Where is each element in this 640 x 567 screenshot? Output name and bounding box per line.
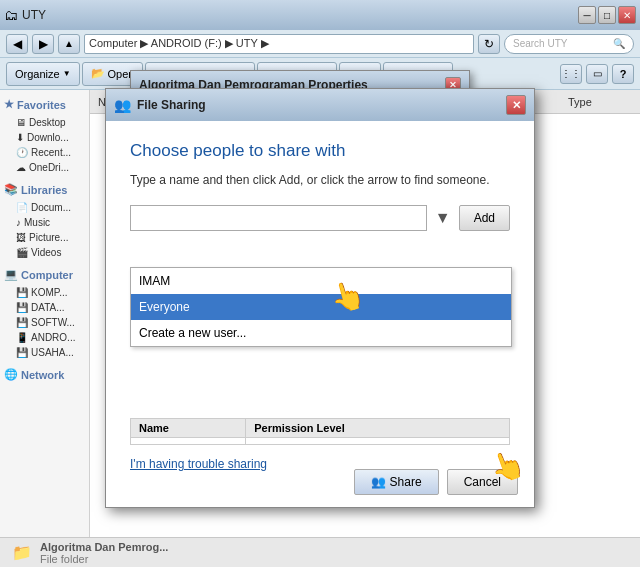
sidebar-music-label: Music xyxy=(24,217,50,228)
sidebar-item-usaha[interactable]: 💾 USAHA... xyxy=(4,345,85,360)
title-bar-buttons: ─ □ ✕ xyxy=(578,6,636,24)
libraries-label: Libraries xyxy=(21,184,67,196)
address-path[interactable]: Computer ▶ ANDROID (F:) ▶ UTY ▶ xyxy=(84,34,474,54)
view-details-button[interactable]: ⋮⋮ xyxy=(560,64,582,84)
minimize-button[interactable]: ─ xyxy=(578,6,596,24)
dropdown-item-everyone[interactable]: Everyone xyxy=(131,294,511,320)
sidebar-pictures-label: Picture... xyxy=(29,232,68,243)
computer-icon: 💻 xyxy=(4,268,18,281)
sharing-name-input[interactable] xyxy=(130,205,427,231)
title-bar-icon: 🗂 xyxy=(4,7,18,23)
videos-icon: 🎬 xyxy=(16,247,28,258)
recent-icon: 🕐 xyxy=(16,147,28,158)
status-item-type: File folder xyxy=(40,553,168,565)
status-info: Algoritma Dan Pemrog... File folder xyxy=(40,541,168,565)
libraries-icon: 📚 xyxy=(4,183,18,196)
help-button[interactable]: ? xyxy=(612,64,634,84)
favorites-section: ★ Favorites 🖥 Desktop ⬇ Downlo... 🕐 Rece… xyxy=(4,98,85,175)
network-icon: 🌐 xyxy=(4,368,18,381)
network-label: Network xyxy=(21,369,64,381)
computer-section: 💻 Computer 💾 KOMP... 💾 DATA... 💾 SOFTW..… xyxy=(4,268,85,360)
desktop-icon: 🖥 xyxy=(16,117,26,128)
sidebar-item-data[interactable]: 💾 DATA... xyxy=(4,300,85,315)
sidebar-videos-label: Videos xyxy=(31,247,61,258)
pictures-icon: 🖼 xyxy=(16,232,26,243)
dropdown-imam-label: IMAM xyxy=(139,274,170,288)
table-header-permission: Permission Level xyxy=(246,419,510,438)
refresh-button[interactable]: ↻ xyxy=(478,34,500,54)
sidebar-downloads-label: Downlo... xyxy=(27,132,69,143)
close-button[interactable]: ✕ xyxy=(618,6,636,24)
table-row xyxy=(131,438,510,445)
favorites-star-icon: ★ xyxy=(4,98,14,111)
onedrive-icon: ☁ xyxy=(16,162,26,173)
sharing-close-button[interactable]: ✕ xyxy=(506,95,526,115)
sidebar-item-softw[interactable]: 💾 SOFTW... xyxy=(4,315,85,330)
favorites-label: Favorites xyxy=(17,99,66,111)
status-bar: 📁 Algoritma Dan Pemrog... File folder xyxy=(0,537,640,567)
sharing-dropdown-arrow-icon[interactable]: ▼ xyxy=(435,209,451,227)
network-section: 🌐 Network xyxy=(4,368,85,381)
sidebar-item-videos[interactable]: 🎬 Videos xyxy=(4,245,85,260)
sidebar-desktop-label: Desktop xyxy=(29,117,66,128)
sidebar-item-pictures[interactable]: 🖼 Picture... xyxy=(4,230,85,245)
favorites-header[interactable]: ★ Favorites xyxy=(4,98,85,111)
open-icon: 📂 xyxy=(91,67,105,80)
organize-label: Organize xyxy=(15,68,60,80)
share-button[interactable]: 👥 Share xyxy=(354,469,439,495)
sharing-heading: Choose people to share with xyxy=(130,141,510,161)
sidebar-documents-label: Docum... xyxy=(31,202,71,213)
sharing-permissions-table: Name Permission Level xyxy=(130,418,510,445)
computer-header[interactable]: 💻 Computer xyxy=(4,268,85,281)
android-icon: 📱 xyxy=(16,332,28,343)
computer-label: Computer xyxy=(21,269,73,281)
file-sharing-icon: 👥 xyxy=(114,97,131,113)
back-button[interactable]: ◀ xyxy=(6,34,28,54)
sharing-footer: 👥 Share Cancel xyxy=(354,469,518,495)
organize-button[interactable]: Organize ▼ xyxy=(6,62,80,86)
dropdown-item-imam[interactable]: IMAM xyxy=(131,268,511,294)
status-folder-icon: 📁 xyxy=(12,543,32,562)
network-header[interactable]: 🌐 Network xyxy=(4,368,85,381)
organize-arrow-icon: ▼ xyxy=(63,69,71,78)
sidebar-onedrive-label: OneDri... xyxy=(29,162,69,173)
search-box[interactable]: Search UTY 🔍 xyxy=(504,34,634,54)
softw-icon: 💾 xyxy=(16,317,28,328)
libraries-header[interactable]: 📚 Libraries xyxy=(4,183,85,196)
cancel-button[interactable]: Cancel xyxy=(447,469,518,495)
sidebar-softw-label: SOFTW... xyxy=(31,317,75,328)
data-icon: 💾 xyxy=(16,302,28,313)
sharing-body: Choose people to share with Type a name … xyxy=(106,121,534,263)
table-cell-permission xyxy=(246,438,510,445)
sidebar-item-komp[interactable]: 💾 KOMP... xyxy=(4,285,85,300)
downloads-icon: ⬇ xyxy=(16,132,24,143)
sidebar-item-desktop[interactable]: 🖥 Desktop xyxy=(4,115,85,130)
sidebar-item-onedrive[interactable]: ☁ OneDri... xyxy=(4,160,85,175)
up-button[interactable]: ▲ xyxy=(58,34,80,54)
sharing-dropdown-list[interactable]: IMAM Everyone Create a new user... xyxy=(130,267,512,347)
cancel-button-label: Cancel xyxy=(464,475,501,489)
path-text: Computer ▶ ANDROID (F:) ▶ UTY ▶ xyxy=(89,37,269,50)
sidebar-android-label: ANDRO... xyxy=(31,332,75,343)
dropdown-everyone-label: Everyone xyxy=(139,300,190,314)
sidebar-data-label: DATA... xyxy=(31,302,65,313)
sharing-dialog: 👥 File Sharing ✕ Choose people to share … xyxy=(105,88,535,508)
forward-button[interactable]: ▶ xyxy=(32,34,54,54)
sidebar-item-music[interactable]: ♪ Music xyxy=(4,215,85,230)
maximize-button[interactable]: □ xyxy=(598,6,616,24)
dropdown-create-user-label: Create a new user... xyxy=(139,326,246,340)
sharing-add-button[interactable]: Add xyxy=(459,205,510,231)
share-icon: 👥 xyxy=(371,475,386,489)
documents-icon: 📄 xyxy=(16,202,28,213)
view-toggle-button[interactable]: ▭ xyxy=(586,64,608,84)
status-item-name: Algoritma Dan Pemrog... xyxy=(40,541,168,553)
sidebar-item-android[interactable]: 📱 ANDRO... xyxy=(4,330,85,345)
komp-icon: 💾 xyxy=(16,287,28,298)
dropdown-item-create-user[interactable]: Create a new user... xyxy=(131,320,511,346)
sharing-title-bar: 👥 File Sharing ✕ xyxy=(106,89,534,121)
sidebar-item-recent[interactable]: 🕐 Recent... xyxy=(4,145,85,160)
table-cell-name xyxy=(131,438,246,445)
share-button-label: Share xyxy=(390,475,422,489)
sidebar-item-documents[interactable]: 📄 Docum... xyxy=(4,200,85,215)
sidebar-item-downloads[interactable]: ⬇ Downlo... xyxy=(4,130,85,145)
